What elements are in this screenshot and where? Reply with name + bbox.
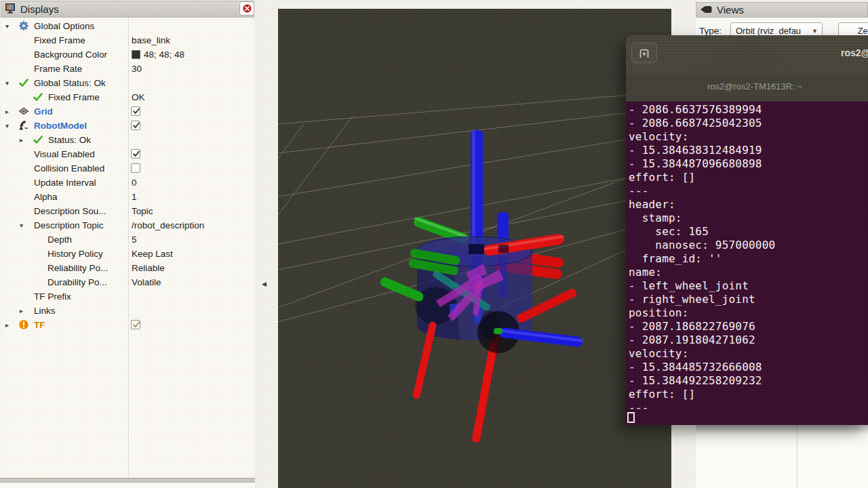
terminal-line: - 2086.6687425042305 (629, 117, 762, 130)
displays-bottom-strip (1, 483, 254, 488)
terminal-line: --- (629, 184, 649, 198)
tree-value[interactable]: 0 (132, 176, 137, 190)
grid-icon (18, 106, 29, 117)
displays-splitter[interactable] (0, 478, 255, 483)
terminal-line: - 2087.186822769076 (629, 320, 755, 333)
terminal-window: ros2@ros2-TM1613R: ~ ros2@ros2-TM1613R: … (626, 35, 868, 425)
tree-value[interactable]: OK (132, 90, 145, 104)
tree-value[interactable]: 30 (132, 62, 142, 76)
tree-row-collision-enabled[interactable]: Collision Enabled (1, 161, 254, 176)
collapsed-arrow-icon[interactable]: ▸ (5, 104, 9, 119)
terminal-line: - 15.384485732666008 (629, 361, 762, 374)
collapsed-arrow-icon[interactable]: ▸ (5, 318, 9, 332)
render-view-scene (278, 9, 671, 488)
tree-row-durability-po[interactable]: Durability Po...Volatile (1, 275, 254, 289)
tree-row-alpha[interactable]: Alpha1 (1, 190, 254, 204)
tree-row-grid[interactable]: ▸Grid (1, 104, 254, 119)
terminal-line: - 2086.6637576389994 (629, 103, 762, 117)
tree-row-global-options[interactable]: ▾Global Options (1, 19, 254, 33)
views-type-value: Orbit (rviz_defau (736, 26, 801, 36)
checkbox-checked[interactable] (131, 149, 140, 159)
tree-row-status-ok[interactable]: ▸Status: Ok (1, 133, 254, 147)
terminal-new-tab-button[interactable] (631, 43, 657, 63)
tree-row-description-sou[interactable]: Description Sou...Topic (1, 204, 254, 218)
tree-row-fixed-frame[interactable]: Fixed FrameOK (1, 90, 254, 104)
terminal-line: name: (629, 266, 662, 279)
close-icon (243, 4, 252, 13)
checkbox-checked[interactable] (131, 121, 140, 130)
check-icon (33, 92, 43, 102)
displays-close-button[interactable] (239, 1, 254, 16)
terminal-line: - right_wheel_joint (629, 293, 755, 306)
views-panel-body (696, 425, 868, 488)
render-view[interactable] (278, 9, 671, 488)
tree-row-depth[interactable]: Depth5 (1, 232, 254, 247)
new-tab-icon (639, 49, 650, 58)
expanded-arrow-icon[interactable]: ▾ (5, 119, 9, 133)
tree-row-visual-enabled[interactable]: Visual Enabled (1, 147, 254, 161)
collapsed-arrow-icon[interactable]: ▸ (20, 133, 23, 147)
tree-value[interactable]: 5 (132, 232, 137, 247)
terminal-line: position: (629, 306, 689, 320)
terminal-line: stamp: (629, 211, 682, 225)
views-panel-titlebar[interactable]: Views (696, 2, 868, 18)
checkbox-checked[interactable] (131, 106, 140, 116)
robot-model (379, 130, 583, 443)
tree-value[interactable]: 1 (132, 190, 137, 204)
terminal-window-title: ros2@ros2-TM1613R: ~ (841, 35, 868, 75)
tree-value[interactable]: Keep Last (132, 247, 173, 261)
tree-row-description-topic[interactable]: ▾Description Topic/robot_description (1, 218, 254, 232)
gear-icon (18, 20, 29, 31)
terminal-tabbar[interactable]: ros2@ros2-TM1613R: ~ (626, 75, 868, 102)
terminal-line: velocity: (629, 347, 689, 361)
tree-value[interactable]: Topic (132, 204, 153, 218)
color-swatch (132, 50, 140, 59)
expanded-arrow-icon[interactable]: ▾ (20, 218, 23, 232)
displays-panel-titlebar[interactable]: Displays (1, 1, 254, 18)
expanded-arrow-icon[interactable]: ▾ (5, 19, 9, 33)
checkbox-checked[interactable] (131, 320, 140, 329)
tree-row-reliability-po[interactable]: Reliability Po...Reliable (1, 261, 254, 275)
terminal-line: nanosec: 957000000 (629, 239, 775, 252)
tree-row-tf-prefix[interactable]: TF Prefix (1, 289, 254, 304)
terminal-line: - left_wheel_joint (629, 279, 749, 293)
views-panel-title: Views (717, 4, 744, 16)
tree-value[interactable]: 48; 48; 48 (144, 47, 184, 62)
tree-row-tf[interactable]: ▸TF (1, 318, 254, 332)
expanded-arrow-icon[interactable]: ▾ (5, 76, 9, 90)
tree-row-history-policy[interactable]: History PolicyKeep Last (1, 247, 254, 261)
terminal-line: sec: 165 (629, 225, 709, 239)
tree-value[interactable]: base_link (132, 33, 170, 47)
robot-icon (18, 120, 29, 131)
views-panel-icon (701, 4, 712, 16)
terminal-headerbar[interactable]: ros2@ros2-TM1613R: ~ (626, 35, 868, 75)
tree-row-update-interval[interactable]: Update Interval0 (1, 176, 254, 190)
tree-row-background-color[interactable]: Background Color48; 48; 48 (1, 47, 254, 62)
panel-collapse-arrow[interactable]: ◀ (262, 279, 270, 289)
tree-value[interactable]: Volatile (132, 275, 161, 289)
displays-panel-title: Displays (20, 3, 59, 15)
terminal-line: - 15.384638312484919 (629, 144, 762, 157)
displays-panel: Displays ▾Global OptionsFixed Framebase_… (0, 0, 255, 488)
tree-row-frame-rate[interactable]: Frame Rate30 (1, 62, 254, 76)
checkbox-unchecked[interactable] (131, 163, 140, 173)
collapsed-arrow-icon[interactable]: ▸ (20, 304, 23, 318)
tree-column-divider (128, 18, 129, 478)
terminal-output[interactable]: - 2086.6637576389994- 2086.6687425042305… (626, 102, 868, 425)
tf-axis-x-downleft (412, 321, 437, 400)
tree-row-robotmodel[interactable]: ▾RobotModel (1, 119, 254, 133)
tree-value[interactable]: /robot_description (132, 218, 204, 232)
tree-row-global-status-ok[interactable]: ▾Global Status: Ok (1, 76, 254, 90)
terminal-shadow (696, 425, 868, 434)
check-icon (33, 134, 43, 145)
terminal-tab-title: ros2@ros2-TM1613R: ~ (626, 75, 868, 102)
tf-axis-x-downright (471, 342, 498, 443)
tree-value[interactable]: Reliable (132, 261, 165, 275)
terminal-line: frame_id: '' (629, 252, 722, 266)
terminal-line: - 2087.191804271062 (629, 333, 755, 347)
terminal-line: header: (629, 198, 675, 211)
tree-row-links[interactable]: ▸Links (1, 304, 254, 318)
warning-icon (18, 319, 29, 330)
check-icon (18, 77, 29, 88)
tree-row-fixed-frame[interactable]: Fixed Framebase_link (1, 33, 254, 47)
